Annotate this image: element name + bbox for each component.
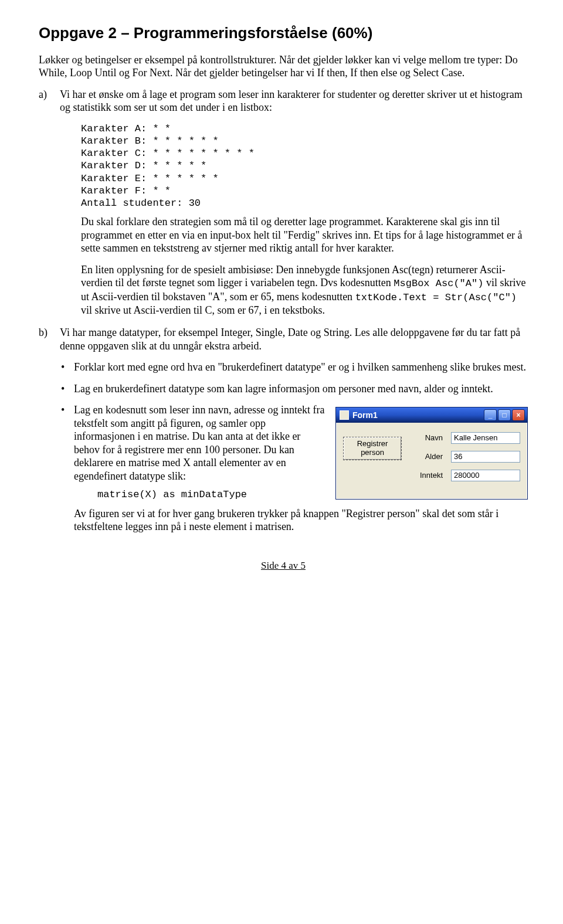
input-alder[interactable]: 36 xyxy=(451,451,520,463)
item-b: b) Vi har mange datatyper, for eksempel … xyxy=(39,326,528,541)
register-person-button[interactable]: Registrer person xyxy=(343,437,402,460)
marker-a: a) xyxy=(39,88,47,101)
input-navn[interactable]: Kalle Jensen xyxy=(451,432,520,444)
a-paragraph-2: Du skal forklare den strategien som må t… xyxy=(81,215,528,255)
b-bullet-3-wrap: Form1 _ □ × Registrer person Navn K xyxy=(60,403,528,541)
label-inntekt: Inntekt xyxy=(343,471,451,480)
a-paragraph-3: En liten opplysning for de spesielt ambi… xyxy=(81,263,528,317)
vb-title: Form1 xyxy=(352,410,484,421)
marker-b: b) xyxy=(39,326,48,339)
a-code-1: MsgBox Asc("A") xyxy=(394,278,483,289)
vb-titlebar[interactable]: Form1 _ □ × xyxy=(336,407,527,423)
b-paragraph-1: Vi har mange datatyper, for eksempel Int… xyxy=(60,326,528,352)
b-bullet-1: Forklar kort med egne ord hva en "bruker… xyxy=(60,361,528,374)
maximize-icon[interactable]: □ xyxy=(498,409,511,421)
a-paragraph-1: Vi har et ønske om å lage et program som… xyxy=(60,88,528,114)
a-code-2: txtKode.Text = Str(Asc("C") xyxy=(355,292,517,303)
a-listing: Karakter A: * * Karakter B: * * * * * * … xyxy=(81,123,528,210)
minimize-icon[interactable]: _ xyxy=(484,409,497,421)
page-footer: Side 4 av 5 xyxy=(39,559,528,572)
intro-paragraph: Løkker og betingelser er eksempel på kon… xyxy=(39,53,528,80)
item-a: a) Vi har et ønske om å lage et program … xyxy=(39,88,528,317)
vb-app-icon xyxy=(340,410,349,420)
close-icon[interactable]: × xyxy=(512,409,525,421)
input-inntekt[interactable]: 280000 xyxy=(451,470,520,481)
a-p3-post: vil skrive ut Ascii-verdien til C, som e… xyxy=(81,304,325,316)
b-paragraph-after: Av figuren ser vi at for hver gang bruke… xyxy=(74,507,528,534)
b-bullet-3: Lag en kodesnutt som leser inn navn, adr… xyxy=(74,404,324,482)
vb-form-window: Form1 _ □ × Registrer person Navn K xyxy=(335,407,528,500)
b-bullet-2: Lag en brukerdefinert datatype som kan l… xyxy=(60,382,528,396)
vb-client-area: Registrer person Navn Kalle Jensen Alder… xyxy=(336,423,527,499)
page-heading: Oppgave 2 – Programmeringsforståelse (60… xyxy=(39,23,528,43)
